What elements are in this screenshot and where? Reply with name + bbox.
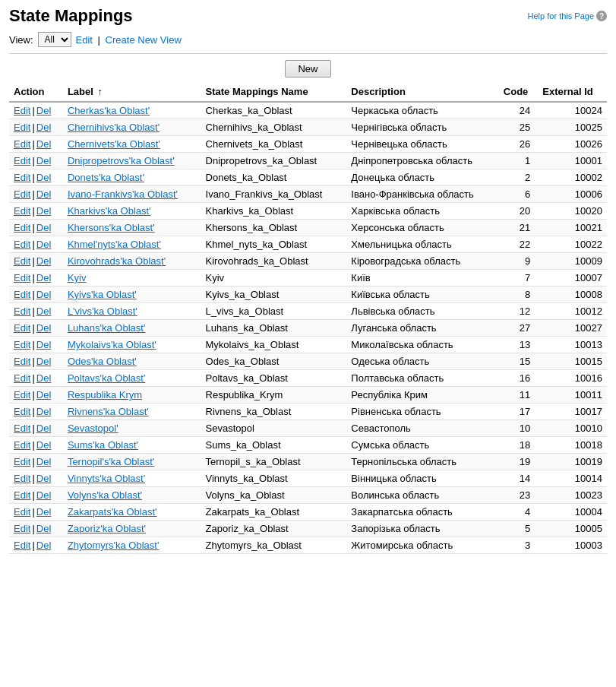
edit-link[interactable]: Edit <box>14 188 30 200</box>
del-link[interactable]: Del <box>36 356 52 367</box>
del-link[interactable]: Del <box>36 306 52 317</box>
help-link[interactable]: Help for this Page ? <box>528 11 607 21</box>
name-cell: Cherkas_ka_Oblast <box>201 102 347 119</box>
label-link[interactable]: Zhytomyrs'ka Oblast' <box>68 540 160 551</box>
label-link[interactable]: Luhans'ka Oblast' <box>68 322 146 334</box>
del-link[interactable]: Del <box>36 172 52 183</box>
del-link[interactable]: Del <box>36 540 52 551</box>
edit-link[interactable]: Edit <box>14 389 30 400</box>
label-link[interactable]: Poltavs'ka Oblast' <box>68 372 146 384</box>
del-link[interactable]: Del <box>36 105 52 116</box>
edit-link[interactable]: Edit <box>14 473 30 484</box>
del-link[interactable]: Del <box>36 339 52 350</box>
del-link[interactable]: Del <box>36 406 52 417</box>
label-link[interactable]: Khmel'nyts'ka Oblast' <box>68 239 161 250</box>
del-link[interactable]: Del <box>36 473 52 484</box>
del-link[interactable]: Del <box>36 506 52 518</box>
del-link[interactable]: Del <box>36 456 52 467</box>
del-link[interactable]: Del <box>36 255 52 267</box>
label-link[interactable]: Kyiv <box>68 272 87 283</box>
label-link[interactable]: Kharkivs'ka Oblast' <box>68 205 151 217</box>
table-row: Edit|DelRivnens'ka Oblast'Rivnens_ka_Obl… <box>9 404 607 420</box>
new-button[interactable]: New <box>285 60 330 78</box>
label-link[interactable]: Respublika Krym <box>68 389 142 400</box>
label-link[interactable]: Dnipropetrovs'ka Oblast' <box>68 155 175 166</box>
edit-link[interactable]: Edit <box>14 523 30 534</box>
edit-link[interactable]: Edit <box>14 138 30 150</box>
action-cell: Edit|Del <box>9 487 63 504</box>
edit-link[interactable]: Edit <box>14 255 30 267</box>
del-link[interactable]: Del <box>36 372 52 384</box>
edit-link[interactable]: Edit <box>14 439 30 451</box>
edit-link[interactable]: Edit <box>14 272 30 283</box>
label-link[interactable]: Odes'ka Oblast' <box>68 356 137 367</box>
edit-link[interactable]: Edit <box>14 322 30 334</box>
del-link[interactable]: Del <box>36 239 52 250</box>
del-link[interactable]: Del <box>36 439 52 451</box>
edit-link[interactable]: Edit <box>14 506 30 518</box>
view-select[interactable]: All <box>38 32 71 47</box>
code-cell: 26 <box>499 136 538 153</box>
del-link[interactable]: Del <box>36 222 52 233</box>
edit-link[interactable]: Edit <box>14 172 30 183</box>
edit-link[interactable]: Edit <box>14 289 30 300</box>
edit-link[interactable]: Edit <box>14 406 30 417</box>
label-link[interactable]: Chernivets'ka Oblast' <box>68 138 160 150</box>
label-link[interactable]: Vinnyts'ka Oblast' <box>68 473 145 484</box>
label-link[interactable]: Khersons'ka Oblast' <box>68 222 155 233</box>
label-link[interactable]: Sums'ka Oblast' <box>68 439 138 451</box>
edit-link[interactable]: Edit <box>14 306 30 317</box>
label-link[interactable]: Mykolaivs'ka Oblast' <box>68 339 156 350</box>
del-link[interactable]: Del <box>36 272 52 283</box>
edit-link[interactable]: Edit <box>14 205 30 217</box>
table-row: Edit|DelZaporiz'ka Oblast'Zaporiz_ka_Obl… <box>9 521 607 537</box>
label-link[interactable]: Sevastopol' <box>68 423 118 434</box>
edit-link[interactable]: Edit <box>14 222 30 233</box>
create-new-view-link[interactable]: Create New View <box>106 34 182 46</box>
edit-link[interactable]: Edit <box>14 339 30 350</box>
label-link[interactable]: Ternopil's'ka Oblast' <box>68 456 154 467</box>
label-link[interactable]: Zakarpats'ka Oblast' <box>68 506 157 518</box>
label-link[interactable]: Volyns'ka Oblast' <box>68 489 142 501</box>
del-link[interactable]: Del <box>36 389 52 400</box>
label-link[interactable]: Kyivs'ka Oblast' <box>68 289 137 300</box>
label-link[interactable]: Zaporiz'ka Oblast' <box>68 523 146 534</box>
name-cell: Chernivets_ka_Oblast <box>201 136 347 153</box>
del-link[interactable]: Del <box>36 423 52 434</box>
edit-link[interactable]: Edit <box>14 372 30 384</box>
action-sep: | <box>32 456 34 467</box>
del-link[interactable]: Del <box>36 188 52 200</box>
new-btn-row: New <box>9 60 607 78</box>
label-link[interactable]: Cherkas'ka Oblast' <box>68 105 150 116</box>
edit-link[interactable]: Edit <box>14 540 30 551</box>
del-link[interactable]: Del <box>36 523 52 534</box>
del-link[interactable]: Del <box>36 138 52 150</box>
edit-link[interactable]: Edit <box>14 456 30 467</box>
edit-link[interactable]: Edit <box>14 155 30 166</box>
edit-link[interactable]: Edit <box>14 239 30 250</box>
del-link[interactable]: Del <box>36 155 52 166</box>
table-row: Edit|DelTernopil's'ka Oblast'Ternopil_s_… <box>9 454 607 470</box>
label-link[interactable]: L'vivs'ka Oblast' <box>68 306 137 317</box>
del-link[interactable]: Del <box>36 489 52 501</box>
del-link[interactable]: Del <box>36 322 52 334</box>
label-link[interactable]: Ivano-Frankivs'ka Oblast' <box>68 188 178 200</box>
description-cell: Кіровоградська область <box>346 253 498 270</box>
label-cell: Poltavs'ka Oblast' <box>63 370 201 387</box>
label-link[interactable]: Rivnens'ka Oblast' <box>68 406 149 417</box>
edit-link[interactable]: Edit <box>14 356 30 367</box>
edit-link[interactable]: Edit <box>14 489 30 501</box>
del-link[interactable]: Del <box>36 205 52 217</box>
label-link[interactable]: Donets'ka Oblast' <box>68 172 144 183</box>
del-link[interactable]: Del <box>36 289 52 300</box>
action-cell: Edit|Del <box>9 102 63 119</box>
label-cell: Kyiv <box>63 270 201 287</box>
label-link[interactable]: Kirovohrads'ka Oblast' <box>68 255 166 267</box>
edit-view-link[interactable]: Edit <box>76 34 93 46</box>
edit-link[interactable]: Edit <box>14 105 30 116</box>
edit-link[interactable]: Edit <box>14 122 30 133</box>
col-label[interactable]: Label ↑ <box>63 82 201 102</box>
label-link[interactable]: Chernihivs'ka Oblast' <box>68 122 160 133</box>
del-link[interactable]: Del <box>36 122 52 133</box>
edit-link[interactable]: Edit <box>14 423 30 434</box>
